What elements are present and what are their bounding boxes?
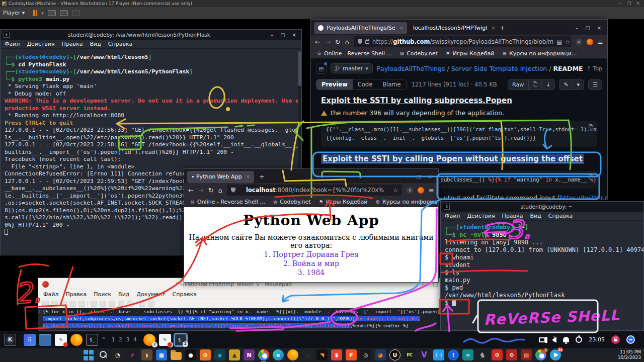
running-terminal-icon[interactable]: $_2 — [175, 334, 187, 346]
menu-help[interactable]: Справка — [548, 213, 573, 219]
close-button[interactable]: × — [290, 32, 298, 38]
tab-payloadsallthethings[interactable]: PayloadsAllTheThings/Se × — [314, 22, 407, 34]
edit-button[interactable]: ✎ — [559, 79, 573, 90]
heading-subprocess-popen[interactable]: Exploit the SSTI by calling subprocess.P… — [321, 96, 597, 105]
download-button[interactable]: ↓ — [542, 79, 555, 90]
3d-app-icon[interactable]: ◈ — [214, 349, 225, 360]
paste-icon[interactable] — [127, 301, 133, 307]
edge-icon[interactable]: e — [273, 349, 284, 360]
home-icon[interactable]: ⌂ — [345, 38, 349, 46]
save-as-icon[interactable] — [69, 301, 76, 307]
lock-screen-icon[interactable] — [611, 335, 620, 344]
bookmark-reverse-shell[interactable]: ☠Online - Reverse Shell ... — [190, 199, 265, 205]
bookmark-codeby[interactable]: wCodeby.net — [400, 50, 438, 57]
maximize-button[interactable]: □ — [278, 32, 287, 38]
vmware-minimize-button[interactable]: — — [617, 1, 622, 6]
menu-file[interactable]: Файл — [445, 213, 460, 219]
pocket-icon[interactable]: v — [407, 187, 413, 194]
menu-actions[interactable]: Действия — [27, 41, 54, 47]
undo-icon[interactable] — [91, 301, 97, 307]
payload-text[interactable]: {% for x in ().__class__.__base__.__subc… — [43, 308, 445, 330]
suspend-dropdown[interactable]: ▾ — [41, 11, 44, 16]
bookmark-codeby[interactable]: wCodeby.net — [273, 199, 311, 205]
bookmark-star-icon[interactable]: ☆ — [565, 38, 570, 45]
menu-edit[interactable]: Правка — [502, 213, 523, 219]
photos-app-icon[interactable]: ◗ — [141, 349, 152, 360]
firefox-account-icon[interactable] — [587, 39, 593, 45]
red-gear-icon-1[interactable]: ⚙ — [492, 349, 503, 360]
start-button[interactable] — [83, 349, 94, 360]
hamburger-menu-icon[interactable]: ≡ — [429, 187, 434, 194]
edit-dropdown[interactable]: ▾ — [573, 79, 585, 90]
back-icon[interactable]: ← — [188, 187, 194, 194]
gauge-app-icon[interactable]: ◔ — [112, 349, 123, 360]
menu-file[interactable]: Файл — [5, 41, 20, 47]
telegram-icon[interactable]: 34 — [550, 349, 561, 360]
bookmark-games[interactable]: ⚑Игры Кодебай — [319, 199, 368, 205]
infinity-app-icon[interactable]: ∞ — [462, 349, 473, 360]
firefox-launcher-icon[interactable] — [70, 334, 83, 346]
tab-preview[interactable]: Preview — [316, 79, 353, 89]
branch-selector[interactable]: master ▾ — [331, 63, 373, 73]
windows-clock[interactable]: 11:05 PM 10/2/2023 — [618, 348, 641, 362]
forward-icon[interactable]: → — [198, 187, 204, 194]
new-tab-button[interactable]: + — [497, 24, 508, 32]
minimize-button[interactable]: – — [407, 174, 409, 179]
search-button[interactable] — [98, 349, 109, 360]
pycharm-icon[interactable]: PC — [404, 349, 415, 360]
suspend-vm-button[interactable] — [33, 10, 37, 16]
mousepad-editor[interactable]: 1 {% for x in ().__class__.__base__.__su… — [38, 308, 445, 330]
close-button[interactable]: × — [428, 174, 432, 179]
url-bar[interactable]: https://github.com/swisskyrepo/PayloadsA… — [354, 36, 571, 47]
dragon-app-icon[interactable]: ♞ — [477, 349, 488, 360]
menu-edit[interactable]: Правка — [65, 291, 87, 298]
replace-icon[interactable] — [148, 301, 154, 307]
bookmark-star-icon[interactable]: ☆ — [393, 187, 398, 194]
pocket-icon[interactable]: v — [576, 39, 582, 45]
unreal-icon[interactable]: U — [389, 349, 400, 360]
terminal-right-titlebar[interactable]: $ student@codeby: ~ — [441, 202, 643, 212]
copy-raw-button[interactable] — [528, 79, 542, 90]
copy-icon[interactable] — [118, 301, 124, 307]
chrome-icon-active[interactable] — [258, 349, 269, 360]
lens-app-icon[interactable]: ◎ — [360, 349, 371, 360]
reload-icon[interactable]: ↻ — [208, 187, 214, 194]
carrot-app-icon[interactable]: ◥ — [316, 349, 328, 360]
menu-edit[interactable]: Правка — [62, 41, 83, 47]
redo-icon[interactable] — [100, 301, 106, 307]
yellow-tool-icon[interactable]: ▲ — [229, 349, 240, 360]
breadcrumb-folder[interactable]: Server Side Template Injection — [451, 65, 547, 72]
tab-localhost-phptwig[interactable]: localhost/lesson5/PHPTwigl × — [409, 22, 495, 34]
new-tab-button[interactable]: + — [256, 173, 268, 180]
book-link-3[interactable]: 3. 1984 — [184, 268, 438, 277]
gpu-app-icon[interactable]: ▤ — [521, 349, 532, 360]
bookmark-games[interactable]: ⚑Игры Кодебай — [446, 50, 495, 57]
cut-icon[interactable] — [109, 301, 115, 307]
tab-code[interactable]: Code — [353, 79, 377, 89]
tab-close-icon[interactable]: × — [491, 25, 495, 31]
volume-icon[interactable] — [552, 337, 556, 343]
running-firefox-icon[interactable]: 2 — [143, 334, 155, 346]
open-file-icon[interactable] — [51, 301, 58, 307]
minimize-button[interactable]: – — [269, 32, 275, 38]
firefox-icon[interactable] — [287, 349, 298, 360]
bookmark-courses[interactable]: ⊕Курсы по информаци... — [376, 199, 438, 205]
calendar-icon[interactable]: ▦ — [156, 349, 167, 360]
find-icon[interactable] — [139, 301, 145, 307]
reload-icon[interactable]: ↻ — [335, 38, 341, 46]
heading-popen-no-offset[interactable]: Exploit the SSTI by calling Popen withou… — [321, 154, 584, 164]
mousepad-launcher-icon[interactable]: ✎ — [55, 334, 67, 346]
vmware-close-button[interactable]: ✕ — [636, 1, 640, 6]
maximize-button[interactable]: □ — [585, 25, 590, 31]
copy-code-icon[interactable] — [589, 124, 593, 129]
minimize-button[interactable]: – — [576, 25, 578, 31]
vmware-maximize-button[interactable]: ❐ — [627, 1, 631, 6]
hamburger-menu-icon[interactable]: ≡ — [598, 38, 603, 46]
notifications-icon[interactable] — [563, 337, 569, 342]
chevron-up-icon[interactable]: ^ — [102, 337, 106, 342]
slack-icon[interactable]: # — [127, 349, 138, 360]
kali-clock[interactable]: 23:05 — [589, 336, 605, 343]
menu-document[interactable]: Документ — [136, 291, 165, 298]
breadcrumb-repo[interactable]: PayloadsAllTheThings — [377, 65, 445, 72]
close-button[interactable]: × — [597, 25, 601, 31]
